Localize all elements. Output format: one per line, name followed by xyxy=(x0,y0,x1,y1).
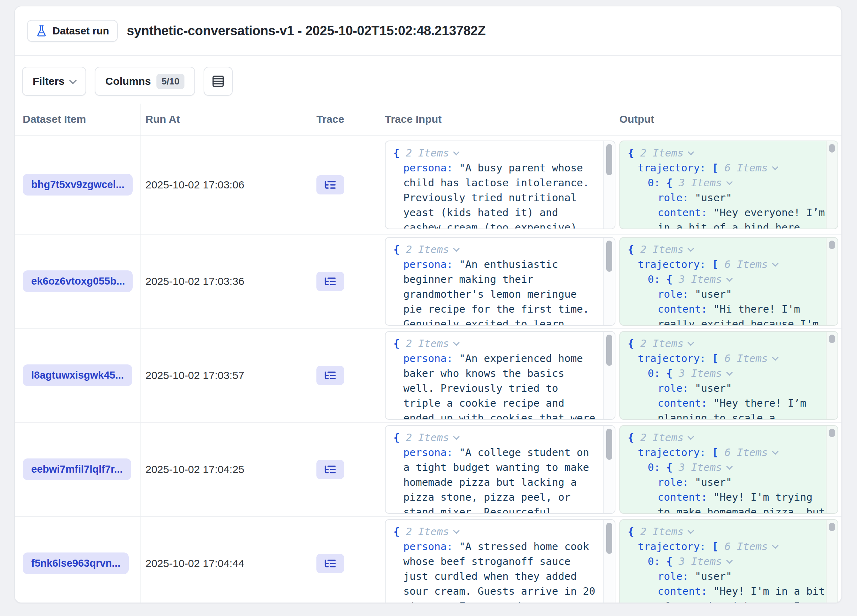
json-content: { 2 Itemstrajectory: [ 6 Items0: { 3 Ite… xyxy=(620,141,826,229)
trace-button[interactable] xyxy=(316,272,344,291)
collapse-chevron-icon[interactable] xyxy=(687,339,694,346)
collapse-chevron-icon[interactable] xyxy=(687,149,694,155)
collapse-chevron-icon[interactable] xyxy=(772,448,778,455)
collapse-chevron-icon[interactable] xyxy=(726,463,733,469)
output-cell: { 2 Itemstrajectory: [ 6 Items0: { 3 Ite… xyxy=(616,136,842,234)
trace-input-json-viewer[interactable]: { 2 Itemspersona: "A college student ona… xyxy=(385,425,616,514)
run-at-cell: 2025-10-02 17:03:57 xyxy=(141,328,313,422)
trace-input-json-viewer[interactable]: { 2 Itemspersona: "An enthusiasticbeginn… xyxy=(385,237,616,326)
trace-button[interactable] xyxy=(316,554,344,573)
columns-button[interactable]: Columns 5/10 xyxy=(95,67,195,96)
output-json-viewer[interactable]: { 2 Itemstrajectory: [ 6 Items0: { 3 Ite… xyxy=(619,519,838,604)
collapse-chevron-icon[interactable] xyxy=(687,433,694,440)
collapse-chevron-icon[interactable] xyxy=(772,164,778,170)
filters-button[interactable]: Filters xyxy=(22,67,86,96)
row-height-button[interactable] xyxy=(204,67,233,96)
table-row: f5nk6lse963qrvn... 2025-10-02 17:04:44 {… xyxy=(15,517,842,603)
rows-icon xyxy=(211,74,225,88)
scrollbar-thumb[interactable] xyxy=(829,334,835,343)
dataset-item-cell: f5nk6lse963qrvn... xyxy=(15,517,141,603)
table-header-row: Dataset Item Run At Trace Trace Input Ou… xyxy=(15,104,842,136)
table-row: eebwi7mfil7lqlf7r... 2025-10-02 17:04:25… xyxy=(15,423,842,517)
column-header-run-at[interactable]: Run At xyxy=(141,104,313,135)
dataset-item-badge[interactable]: eebwi7mfil7lqlf7r... xyxy=(23,458,131,480)
run-at-value: 2025-10-02 17:04:25 xyxy=(145,463,244,475)
collapse-chevron-icon[interactable] xyxy=(726,557,733,563)
trace-button[interactable] xyxy=(316,460,344,479)
page-title: synthetic-conversations-v1 - 2025-10-02T… xyxy=(127,23,486,38)
output-cell: { 2 Itemstrajectory: [ 6 Items0: { 3 Ite… xyxy=(616,423,842,516)
dataset-item-cell: bhg7t5xv9zgwcel... xyxy=(15,136,141,234)
scrollbar-track[interactable] xyxy=(826,426,837,513)
scrollbar-thumb[interactable] xyxy=(606,334,612,366)
scrollbar-thumb[interactable] xyxy=(829,241,835,249)
dataset-run-card: Dataset run synthetic-conversations-v1 -… xyxy=(14,6,842,603)
trace-cell xyxy=(313,517,379,603)
scrollbar-thumb[interactable] xyxy=(829,144,835,153)
scrollbar-track[interactable] xyxy=(603,141,615,229)
scrollbar-thumb[interactable] xyxy=(829,523,835,531)
json-content: { 2 Itemstrajectory: [ 6 Items0: { 3 Ite… xyxy=(620,332,826,420)
collapse-chevron-icon[interactable] xyxy=(687,245,694,252)
scrollbar-track[interactable] xyxy=(826,141,837,229)
table-row: ek6oz6vtoxg055b... 2025-10-02 17:03:36 {… xyxy=(15,235,842,328)
collapse-chevron-icon[interactable] xyxy=(772,542,778,549)
scrollbar-track[interactable] xyxy=(826,238,837,325)
collapse-chevron-icon[interactable] xyxy=(726,369,733,375)
output-json-viewer[interactable]: { 2 Itemstrajectory: [ 6 Items0: { 3 Ite… xyxy=(619,425,838,514)
collapse-chevron-icon[interactable] xyxy=(453,149,459,155)
trace-input-json-viewer[interactable]: { 2 Itemspersona: "An experienced homeba… xyxy=(385,331,616,420)
scrollbar-track[interactable] xyxy=(826,520,837,604)
run-at-cell: 2025-10-02 17:04:44 xyxy=(141,517,313,603)
scrollbar-track[interactable] xyxy=(826,332,837,419)
dataset-item-badge[interactable]: ek6oz6vtoxg055b... xyxy=(23,270,133,292)
scrollbar-track[interactable] xyxy=(603,238,615,325)
collapse-chevron-icon[interactable] xyxy=(772,260,778,266)
collapse-chevron-icon[interactable] xyxy=(726,275,733,282)
collapse-chevron-icon[interactable] xyxy=(726,178,733,185)
json-content: { 2 Itemspersona: "An experienced homeba… xyxy=(385,332,603,420)
trace-cell xyxy=(313,423,379,516)
collapse-chevron-icon[interactable] xyxy=(453,245,459,252)
column-header-output[interactable]: Output xyxy=(616,104,842,135)
dataset-item-badge[interactable]: bhg7t5xv9zgwcel... xyxy=(23,174,133,195)
output-cell: { 2 Itemstrajectory: [ 6 Items0: { 3 Ite… xyxy=(616,235,842,328)
output-json-viewer[interactable]: { 2 Itemstrajectory: [ 6 Items0: { 3 Ite… xyxy=(619,237,838,326)
trace-input-json-viewer[interactable]: { 2 Itemspersona: "A stressed home cookw… xyxy=(385,519,616,604)
column-header-trace-input[interactable]: Trace Input xyxy=(379,104,616,135)
collapse-chevron-icon[interactable] xyxy=(687,527,694,534)
column-header-trace[interactable]: Trace xyxy=(313,104,379,135)
scrollbar-track[interactable] xyxy=(603,520,615,604)
dataset-item-badge[interactable]: l8agtuwxisgwk45... xyxy=(23,364,132,386)
scrollbar-thumb[interactable] xyxy=(606,429,612,460)
collapse-chevron-icon[interactable] xyxy=(453,339,459,346)
collapse-chevron-icon[interactable] xyxy=(453,433,459,440)
scrollbar-thumb[interactable] xyxy=(829,429,835,437)
scrollbar-thumb[interactable] xyxy=(606,241,612,272)
scrollbar-track[interactable] xyxy=(603,332,615,419)
output-cell: { 2 Itemstrajectory: [ 6 Items0: { 3 Ite… xyxy=(616,517,842,603)
output-json-viewer[interactable]: { 2 Itemstrajectory: [ 6 Items0: { 3 Ite… xyxy=(619,141,838,229)
scrollbar-thumb[interactable] xyxy=(606,523,612,554)
trace-button[interactable] xyxy=(316,366,344,385)
dataset-item-cell: eebwi7mfil7lqlf7r... xyxy=(15,423,141,516)
scrollbar-track[interactable] xyxy=(603,426,615,513)
page-header: Dataset run synthetic-conversations-v1 -… xyxy=(15,6,842,56)
dataset-item-badge[interactable]: f5nk6lse963qrvn... xyxy=(23,553,129,574)
output-cell: { 2 Itemstrajectory: [ 6 Items0: { 3 Ite… xyxy=(616,328,842,422)
run-at-cell: 2025-10-02 17:04:25 xyxy=(141,423,313,516)
chevron-down-icon xyxy=(69,77,77,84)
collapse-chevron-icon[interactable] xyxy=(772,354,778,361)
collapse-chevron-icon[interactable] xyxy=(453,527,459,534)
dataset-run-badge[interactable]: Dataset run xyxy=(27,20,118,42)
output-json-viewer[interactable]: { 2 Itemstrajectory: [ 6 Items0: { 3 Ite… xyxy=(619,331,838,420)
trace-button[interactable] xyxy=(316,175,344,195)
table-body: bhg7t5xv9zgwcel... 2025-10-02 17:03:06 {… xyxy=(15,136,842,603)
columns-button-label: Columns xyxy=(105,75,151,87)
filters-button-label: Filters xyxy=(32,75,65,87)
trace-input-json-viewer[interactable]: { 2 Itemspersona: "A busy parent whosech… xyxy=(385,141,616,229)
column-header-dataset-item[interactable]: Dataset Item xyxy=(15,104,141,135)
scrollbar-thumb[interactable] xyxy=(606,144,612,175)
json-content: { 2 Itemspersona: "A stressed home cookw… xyxy=(385,520,603,604)
run-at-value: 2025-10-02 17:03:57 xyxy=(145,369,244,381)
